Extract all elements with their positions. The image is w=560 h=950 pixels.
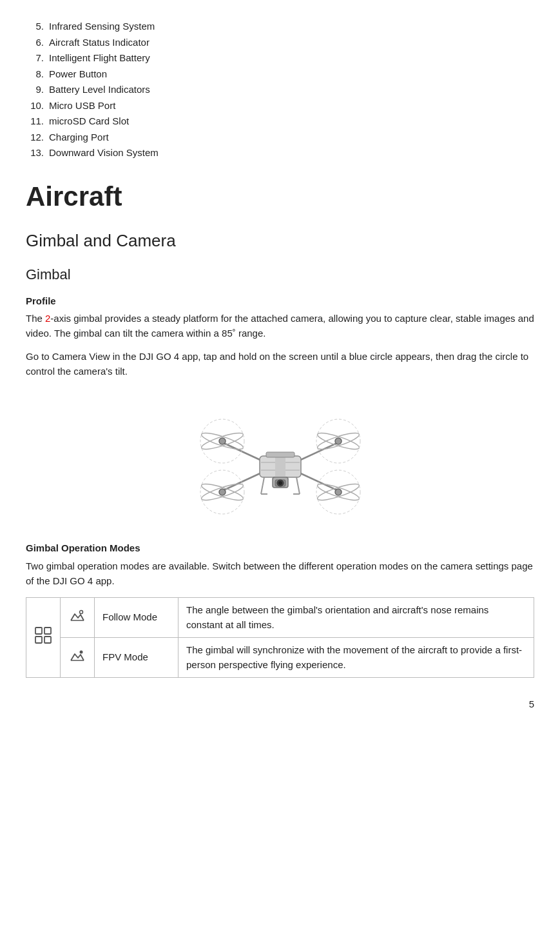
list-num-6: 6.	[26, 35, 49, 50]
page-number: 5	[26, 697, 534, 712]
fpv-mode-desc-cell: The gimbal will synchronize with the mov…	[179, 638, 534, 678]
list-item-12: 12. Charging Port	[26, 130, 534, 145]
drone-illustration	[26, 394, 534, 523]
gimbal-ops-text: Two gimbal operation modes are available…	[26, 559, 534, 589]
list-item-7: 7. Intelligent Flight Battery	[26, 51, 534, 66]
list-num-12: 12.	[26, 130, 49, 145]
paragraph1-post: -axis gimbal provides a steady platform …	[26, 313, 534, 339]
svg-rect-36	[44, 637, 51, 643]
svg-point-39	[80, 651, 83, 654]
paragraph1-pre: The	[26, 313, 45, 324]
follow-mode-desc-cell: The angle between the gimbal's orientati…	[179, 598, 534, 638]
modes-left-icon-cell	[26, 598, 61, 678]
numbered-list: 5. Infrared Sensing System 6. Aircraft S…	[26, 19, 534, 161]
svg-line-31	[296, 477, 300, 494]
list-num-10: 10.	[26, 99, 49, 114]
modes-table: Follow Mode The angle between the gimbal…	[26, 597, 534, 678]
svg-rect-24	[266, 452, 294, 457]
follow-mode-label-cell: Follow Mode	[95, 598, 179, 638]
list-label-13: Downward Vision System	[49, 146, 159, 161]
list-num-11: 11.	[26, 114, 49, 129]
aircraft-title: Aircraft	[26, 176, 534, 217]
svg-point-28	[278, 481, 282, 485]
svg-rect-33	[35, 628, 42, 634]
list-num-5: 5.	[26, 19, 49, 34]
gimbal-camera-title: Gimbal and Camera	[26, 228, 534, 253]
follow-mode-icon	[68, 606, 86, 624]
svg-point-8	[335, 438, 342, 444]
svg-rect-23	[275, 456, 285, 477]
modes-outer-row: Follow Mode The angle between the gimbal…	[26, 598, 534, 638]
svg-line-1	[296, 442, 338, 462]
list-item-8: 8. Power Button	[26, 67, 534, 82]
list-item-11: 11. microSD Card Slot	[26, 114, 534, 129]
list-label-7: Intelligent Flight Battery	[49, 51, 150, 66]
list-num-9: 9.	[26, 83, 49, 97]
svg-point-4	[219, 438, 226, 444]
list-item-5: 5. Infrared Sensing System	[26, 19, 534, 34]
fpv-mode-label: FPV Mode	[102, 651, 148, 662]
list-label-5: Infrared Sensing System	[49, 19, 155, 34]
list-label-9: Battery Level Indicators	[49, 83, 150, 97]
follow-mode-label: Follow Mode	[102, 611, 157, 622]
profile-paragraph2: Go to Camera View in the DJI GO 4 app, t…	[26, 349, 534, 379]
list-label-8: Power Button	[49, 67, 107, 82]
list-label-11: microSD Card Slot	[49, 114, 129, 129]
grid-icon	[34, 626, 52, 644]
list-num-13: 13.	[26, 146, 49, 161]
list-label-10: Micro USB Port	[49, 99, 115, 114]
fpv-mode-icon	[68, 646, 86, 664]
gimbal-ops-heading: Gimbal Operation Modes	[26, 541, 534, 556]
list-label-12: Charging Port	[49, 130, 109, 145]
profile-paragraph1: The 2-axis gimbal provides a steady plat…	[26, 311, 534, 341]
list-num-7: 7.	[26, 51, 49, 66]
svg-point-12	[219, 489, 226, 495]
list-item-9: 9. Battery Level Indicators	[26, 83, 534, 97]
fpv-mode-icon-cell	[61, 638, 95, 678]
svg-rect-35	[44, 628, 51, 634]
list-item-6: 6. Aircraft Status Indicator	[26, 35, 534, 50]
list-num-8: 8.	[26, 67, 49, 82]
gimbal-subsection-title: Gimbal	[26, 264, 534, 285]
svg-line-29	[261, 477, 264, 494]
profile-heading: Profile	[26, 294, 534, 309]
fpv-mode-row: FPV Mode The gimbal will synchronize wit…	[26, 638, 534, 678]
follow-mode-icon-cell	[61, 598, 95, 638]
svg-point-37	[80, 611, 83, 614]
list-item-13: 13. Downward Vision System	[26, 146, 534, 161]
svg-rect-34	[35, 637, 42, 643]
svg-line-2	[222, 471, 264, 491]
svg-point-16	[335, 489, 342, 495]
fpv-mode-label-cell: FPV Mode	[95, 638, 179, 678]
fpv-mode-desc: The gimbal will synchronize with the mov…	[186, 644, 522, 670]
svg-line-3	[296, 471, 338, 491]
list-item-10: 10. Micro USB Port	[26, 99, 534, 114]
follow-mode-desc: The angle between the gimbal's orientati…	[186, 604, 488, 630]
list-label-6: Aircraft Status Indicator	[49, 35, 150, 50]
drone-svg	[164, 394, 396, 523]
svg-line-0	[222, 442, 264, 462]
